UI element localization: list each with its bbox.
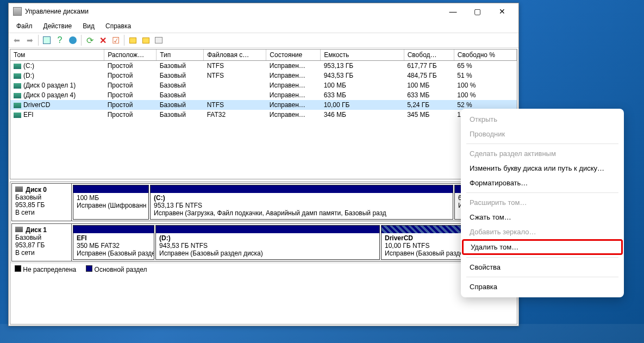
menubar: Файл Действие Вид Справка (9, 20, 518, 33)
disk-1-type: Базовый (15, 234, 41, 241)
context-menu: Открыть Проводник Сделать раздел активны… (461, 109, 624, 297)
titlebar[interactable]: Управление дисками — ▢ ✕ (9, 3, 518, 20)
volume-name: (Диск 0 раздел 1) (23, 82, 76, 89)
menu-help[interactable]: Справка (100, 21, 136, 32)
disk-diagram: Диск 0 Базовый 953,85 ГБ В сети 100 МБ И… (10, 182, 517, 325)
disk-icon (15, 227, 23, 232)
ctx-make-active: Сделать раздел активным (461, 146, 624, 161)
disk-0-name: Диск 0 (26, 186, 47, 194)
ctx-change-letter[interactable]: Изменить букву диска или путь к диску… (461, 161, 624, 176)
col-type[interactable]: Тип (157, 49, 204, 61)
tool-help[interactable] (67, 34, 79, 46)
ctx-add-mirror: Добавить зеркало… (461, 224, 624, 239)
disk1-part-d[interactable]: (D:) 943,53 ГБ NTFS Исправен (Базовый ра… (155, 225, 380, 260)
volume-icon (14, 64, 21, 69)
disk0-part2-c[interactable]: (C:) 953,13 ГБ NTFS Исправен (Загрузка, … (150, 185, 453, 220)
menu-file[interactable]: Файл (11, 21, 38, 32)
col-fs[interactable]: Файловая с… (204, 49, 266, 61)
ctx-explorer: Проводник (461, 127, 624, 141)
volume-icon (14, 113, 21, 118)
disk-management-window: Управление дисками — ▢ ✕ Файл Действие В… (8, 3, 519, 326)
properties-icon: ? (58, 35, 62, 45)
forward-button[interactable]: ➡ (24, 34, 36, 46)
volume-name: (D:) (23, 72, 34, 79)
toolbar: ⬅ ➡ ? ⟳ ✕ ☑ (9, 33, 518, 48)
disk-icon (15, 186, 23, 192)
app-icon (13, 7, 22, 16)
volume-icon (14, 103, 21, 108)
help-icon (69, 36, 77, 44)
ctx-format[interactable]: Форматировать… (461, 176, 624, 190)
disk-1-status: В сети (15, 249, 35, 257)
volume-icon (14, 93, 21, 98)
disk-row-1: Диск 1 Базовый 953,87 ГБ В сети EFI 350 … (11, 223, 516, 261)
ctx-properties[interactable]: Свойства (461, 260, 624, 275)
volume-table: Том Располож… Тип Файловая с… Состояние … (10, 49, 517, 120)
table-row[interactable]: (Диск 0 раздел 1)ПростойБазовыйИсправен…… (10, 80, 517, 90)
ctx-extend: Расширить том… (461, 195, 624, 210)
volume-name: DriverCD (23, 101, 50, 109)
back-button[interactable]: ⬅ (11, 34, 23, 46)
check-icon: ☑ (112, 35, 120, 46)
arrow-right-icon: ➡ (27, 36, 33, 45)
arrow-left-icon: ⬅ (14, 36, 20, 45)
col-layout[interactable]: Располож… (104, 49, 157, 61)
disk-0-type: Базовый (15, 194, 41, 201)
tool-delete[interactable]: ✕ (97, 34, 109, 46)
legend-primary-swatch (86, 265, 92, 272)
tool-check[interactable]: ☑ (110, 34, 122, 46)
folder-icon (142, 38, 149, 43)
col-free[interactable]: Свобод… (404, 49, 454, 61)
disk-1-name: Диск 1 (26, 226, 47, 234)
close-button[interactable]: ✕ (490, 4, 514, 19)
options-icon (155, 37, 162, 43)
legend-unalloc-swatch (15, 265, 21, 272)
column-headers[interactable]: Том Располож… Тип Файловая с… Состояние … (10, 49, 517, 61)
tool-folder[interactable] (140, 34, 152, 46)
disk-1-size: 953,87 ГБ (15, 241, 45, 249)
disk-row-0: Диск 0 Базовый 953,85 ГБ В сети 100 МБ И… (11, 183, 516, 221)
col-capacity[interactable]: Емкость (321, 49, 404, 61)
menu-action[interactable]: Действие (38, 21, 78, 32)
refresh-icon (43, 36, 51, 44)
tool-rescan[interactable]: ⟳ (84, 34, 96, 46)
tool-options[interactable] (153, 34, 165, 46)
minimize-button[interactable]: — (441, 4, 465, 19)
legend-primary-label: Основной раздел (95, 266, 147, 273)
volume-name: (C:) (23, 62, 34, 70)
disk-1-label[interactable]: Диск 1 Базовый 953,87 ГБ В сети (12, 224, 72, 261)
scan-icon: ⟳ (86, 35, 93, 46)
window-title: Управление дисками (25, 8, 89, 15)
disk-0-status: В сети (15, 209, 35, 216)
volume-list[interactable]: Том Располож… Тип Файловая с… Состояние … (10, 49, 517, 179)
col-freepct[interactable]: Свободно % (454, 49, 516, 61)
ctx-delete-volume[interactable]: Удалить том… (462, 239, 623, 255)
legend-unalloc-label: Не распределена (23, 266, 76, 273)
ctx-help[interactable]: Справка (461, 279, 624, 294)
table-row[interactable]: DriverCDПростойБазовыйNTFSИсправен…10,00… (10, 100, 517, 110)
disk-0-label[interactable]: Диск 0 Базовый 953,85 ГБ В сети (12, 184, 72, 221)
delete-icon: ✕ (99, 35, 107, 46)
table-row[interactable]: (Диск 0 раздел 4)ПростойБазовыйИсправен…… (10, 90, 517, 100)
disk0-part1[interactable]: 100 МБ Исправен (Шифрованн (73, 185, 149, 220)
table-row[interactable]: EFIПростойБазовыйFAT32Исправен…346 МБ345… (10, 110, 517, 120)
ctx-open: Открыть (461, 112, 624, 127)
tool-refresh[interactable] (41, 34, 53, 46)
col-volume[interactable]: Том (10, 49, 104, 61)
table-row[interactable]: (D:)ПростойБазовыйNTFSИсправен…943,53 ГБ… (10, 71, 517, 80)
table-row[interactable]: (C:)ПростойБазовыйNTFSИсправен…953,13 ГБ… (10, 61, 517, 71)
tool-folder-up[interactable] (127, 34, 139, 46)
volume-icon (14, 83, 21, 89)
menu-view[interactable]: Вид (77, 21, 100, 32)
disk-0-size: 953,85 ГБ (15, 201, 45, 209)
col-status[interactable]: Состояние (266, 49, 321, 61)
volume-name: (Диск 0 раздел 4) (23, 91, 76, 99)
disk1-part-efi[interactable]: EFI 350 МБ FAT32 Исправен (Базовый разде (73, 225, 154, 260)
legend: Не распределена Основной раздел (10, 263, 517, 276)
ctx-shrink[interactable]: Сжать том… (461, 210, 624, 224)
content-area: Том Располож… Тип Файловая с… Состояние … (9, 48, 518, 326)
maximize-button[interactable]: ▢ (465, 4, 490, 19)
tool-properties[interactable]: ? (54, 34, 66, 46)
desktop-taskbar-region (0, 324, 644, 343)
volume-icon (14, 73, 21, 79)
